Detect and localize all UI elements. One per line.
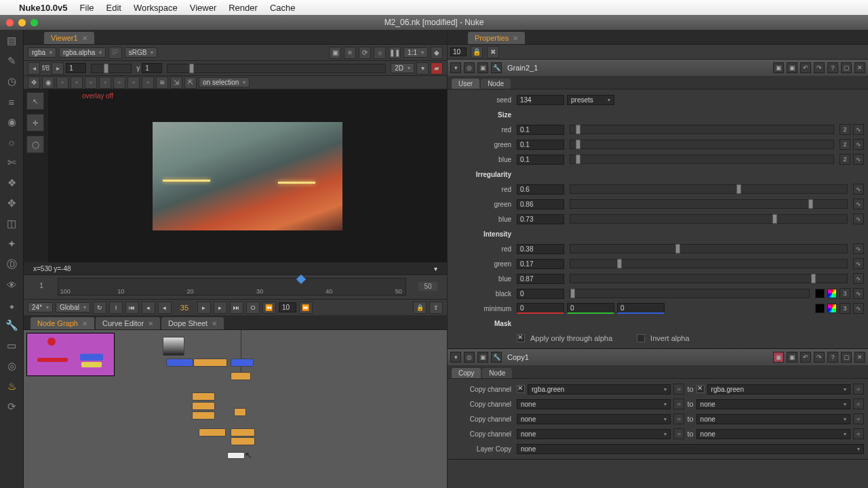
skip-back-icon[interactable]: ⏪ <box>262 302 276 314</box>
viewport[interactable]: overlay off <box>48 89 447 262</box>
viewer-tab[interactable]: Viewer1✕ <box>44 32 94 44</box>
eq-icon[interactable]: = <box>673 428 684 439</box>
h1-icon[interactable]: ▣ <box>773 352 784 363</box>
step-fwd-icon[interactable]: ▸ <box>214 302 227 314</box>
views-icon[interactable]: 👁 <box>5 278 18 291</box>
timeline[interactable]: 1 100 10 20 30 40 50 50 <box>24 274 447 299</box>
node[interactable] <box>231 428 255 436</box>
3d-icon[interactable]: ◫ <box>5 217 18 230</box>
prev-key-icon[interactable]: ◂ <box>142 302 155 314</box>
update-icon[interactable]: ⟳ <box>5 400 18 413</box>
lock-icon[interactable]: 🔒 <box>413 302 427 314</box>
gear-icon[interactable]: ☼ <box>374 47 386 59</box>
node[interactable] <box>192 402 215 410</box>
first-frame-icon[interactable]: ⏮ <box>125 302 139 314</box>
menu-cache[interactable]: Cache <box>270 3 296 13</box>
next-icon[interactable]: ▸ <box>52 62 64 75</box>
tab-copy[interactable]: Copy <box>452 368 481 378</box>
close-icon[interactable]: ✕ <box>148 320 153 327</box>
extra-icon[interactable]: ◎ <box>5 359 18 373</box>
ch1-checkbox[interactable] <box>517 385 525 393</box>
invert-alpha-checkbox[interactable] <box>637 334 645 342</box>
redo-icon[interactable]: ↷ <box>814 62 825 73</box>
timeline-end[interactable]: 50 <box>418 282 437 291</box>
size-red-slider[interactable] <box>570 125 834 134</box>
irr-red-slider[interactable] <box>570 184 848 194</box>
step-back-icon[interactable]: ◂ <box>158 302 172 314</box>
ch4-to-select[interactable]: none <box>696 429 850 439</box>
chevron-down-icon[interactable]: ▾ <box>416 62 429 75</box>
list-icon[interactable]: ≡ <box>344 47 356 59</box>
eq-icon[interactable]: = <box>673 399 684 409</box>
ch1-to-select[interactable]: rgba.green <box>707 384 850 394</box>
tab-node[interactable]: Node <box>481 79 511 89</box>
ch1-to-checkbox[interactable] <box>696 385 705 393</box>
image-icon[interactable]: ▤ <box>5 34 18 47</box>
tab-curveeditor[interactable]: Curve Editor✕ <box>96 317 160 329</box>
close-icon[interactable] <box>6 19 14 26</box>
node[interactable] <box>166 359 193 367</box>
properties-tab[interactable]: Properties✕ <box>468 32 525 44</box>
h2-icon[interactable]: ▣ <box>787 352 797 363</box>
anim-icon[interactable]: ∿ <box>853 288 864 299</box>
clip-icon[interactable]: ▣ <box>329 47 341 59</box>
eq-icon[interactable]: = <box>853 399 864 409</box>
tab-dopesheet[interactable]: Dope Sheet✕ <box>161 317 224 329</box>
irr-red-input[interactable] <box>517 184 564 195</box>
swatch-black[interactable] <box>815 289 825 298</box>
size-blue-input[interactable] <box>517 155 564 165</box>
deep-icon[interactable]: Ⓓ <box>5 258 18 271</box>
tab-node[interactable]: Node <box>482 368 512 378</box>
node-canvas[interactable]: ↖ <box>24 330 447 488</box>
app-name[interactable]: Nuke10.0v5 <box>19 3 68 13</box>
node-selected[interactable] <box>227 452 245 459</box>
anim-icon[interactable]: ∿ <box>853 199 864 209</box>
panel-header[interactable]: ▾ ◎ ▣ 🔧 Copy1 ▣ ▣ ↶ ↷ ? ▢ ✕ <box>448 349 868 365</box>
eq-icon[interactable]: = <box>853 428 864 439</box>
anim-icon[interactable]: ∿ <box>853 184 864 195</box>
end-val[interactable]: 2 <box>840 154 850 165</box>
t7-icon[interactable]: ▫ <box>142 77 154 89</box>
irr-green-slider[interactable] <box>570 199 848 209</box>
undo-icon[interactable]: ↶ <box>800 62 811 73</box>
size-green-slider[interactable] <box>570 140 834 149</box>
t9-icon[interactable]: ⇲ <box>170 77 182 89</box>
channel-icon[interactable]: ≡ <box>5 95 18 108</box>
collapse-icon[interactable]: ▾ <box>450 62 461 73</box>
layer-select[interactable]: none <box>517 444 864 454</box>
apply-alpha-checkbox[interactable] <box>517 334 525 342</box>
lock-icon[interactable]: ◆ <box>431 47 443 59</box>
ch1-from-select[interactable]: rgba.green <box>528 384 671 394</box>
keyer-icon[interactable]: ✄ <box>5 156 18 169</box>
irr-blue-input[interactable] <box>517 214 564 224</box>
close-icon[interactable]: ✕ <box>82 320 87 327</box>
prev-icon[interactable]: ◂ <box>28 62 40 75</box>
ch3-to-select[interactable]: none <box>696 414 850 424</box>
min-r-input[interactable] <box>517 303 564 314</box>
int-green-input[interactable] <box>517 259 564 269</box>
t3-icon[interactable]: ▫ <box>85 77 97 89</box>
alpha-select[interactable]: rgba.alpha <box>59 47 106 58</box>
end-val[interactable]: 3 <box>840 288 850 299</box>
out-icon[interactable]: O <box>246 302 260 314</box>
record-icon[interactable]: ▰ <box>431 62 443 75</box>
panel-count-input[interactable] <box>450 47 467 56</box>
menu-edit[interactable]: Edit <box>106 3 121 13</box>
last-frame-icon[interactable]: ⏭ <box>230 302 243 314</box>
eq-icon[interactable]: = <box>673 413 684 424</box>
filter-icon[interactable]: ○ <box>5 136 18 149</box>
y-input[interactable] <box>142 63 162 73</box>
roi-icon[interactable]: ◉ <box>42 77 54 89</box>
node[interactable] <box>234 408 246 416</box>
anchor-icon[interactable]: ✛ <box>26 114 44 131</box>
anim-icon[interactable]: ∿ <box>853 154 864 165</box>
scope-select[interactable]: Global <box>56 302 90 312</box>
anim-icon[interactable]: ∿ <box>853 214 864 224</box>
time-icon[interactable]: ◷ <box>5 75 18 88</box>
zoom-icon[interactable] <box>31 19 38 26</box>
int-green-slider[interactable] <box>570 259 848 268</box>
play-icon[interactable]: ▸ <box>197 302 211 314</box>
node[interactable] <box>231 359 254 367</box>
t1-icon[interactable]: ▫ <box>56 77 68 89</box>
gamma-slider[interactable] <box>167 64 386 73</box>
